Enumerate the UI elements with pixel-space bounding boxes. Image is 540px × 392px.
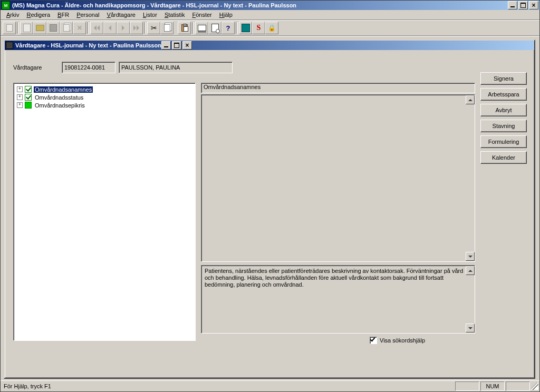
keyword-tree[interactable]: + Omvårdnadsanamnes + Omvårdnadsstatus + [13,83,196,341]
tb-app-button[interactable] [239,22,252,34]
action-buttons: Signera Arbetsspara Avbryt Stavning Form… [480,72,527,375]
scrollbar[interactable] [466,266,474,332]
child-body: Vårdtagare 19081224-0081 PAULSSON, PAULI… [5,50,534,378]
menu-vardtagare[interactable]: Vårdtagare [103,11,139,18]
menu-fonster[interactable]: Fönster [188,11,215,18]
tb-copy-button[interactable] [160,22,173,34]
tb-paste-button[interactable] [178,22,191,34]
title-bar: M (MS) Magna Cura - Äldre- och handikapp… [1,1,539,10]
menu-listor[interactable]: Listor [139,11,161,18]
tb-copydoc-button[interactable] [60,22,73,34]
child-window-title: Vårdtagare - HSL-journal - Ny text - Pau… [15,42,161,48]
tb-help-button[interactable]: ? [221,22,235,34]
keyword-help-area: Patientens, närståendes eller patientför… [201,265,475,334]
expand-icon[interactable]: + [17,102,23,108]
menu-redigera[interactable]: Redigera [23,11,54,18]
menu-bfr[interactable]: BFR [54,11,73,18]
status-bar: För Hjälp, tryck F1 NUM [1,380,539,391]
check-icon [25,102,32,109]
status-pane-num: NUM [480,381,505,391]
keyword-help-text: Patientens, närståendes eller patientför… [205,268,463,288]
scroll-down-button[interactable] [466,324,475,332]
tb-next-button[interactable] [117,22,130,34]
tb-print-button[interactable] [195,22,208,34]
patient-label: Vårdtagare [13,64,62,71]
tree-item[interactable]: + Omvårdnadsepikris [15,101,194,109]
status-pane-scrl [506,381,530,391]
status-text: För Hjälp, tryck F1 [2,383,454,389]
tree-item-label: Omvårdnadsepikris [34,102,86,109]
child-minimize-button[interactable] [161,41,171,50]
signera-button[interactable]: Signera [480,72,527,85]
mdi-client: Vårdtagare - HSL-journal - Ny text - Pau… [1,36,539,380]
tb-lock-button[interactable]: 🔒 [265,22,278,34]
editor-column: Omvårdnadsanamnes Patientens, närstående… [201,83,475,375]
minimize-button[interactable] [508,1,517,9]
resize-grip-icon[interactable] [531,383,538,390]
expand-icon[interactable]: + [17,86,23,92]
child-title-bar: Vårdtagare - HSL-journal - Ny text - Pau… [5,41,534,50]
editor-heading: Omvårdnadsanamnes [201,83,475,93]
check-icon [25,94,32,101]
tb-s-button[interactable]: S [252,22,265,34]
child-maximize-button[interactable] [172,41,181,50]
tb-save-button[interactable] [46,22,60,34]
scroll-up-button[interactable] [466,266,475,275]
tb-new-button[interactable] [20,22,33,34]
tb-open-button[interactable] [33,22,46,34]
menu-personal[interactable]: Personal [73,11,103,18]
child-window-icon [6,42,13,49]
child-window: Vårdtagare - HSL-journal - Ny text - Pau… [4,40,535,379]
patient-name-field[interactable]: PAULSSON, PAULINA [119,62,233,73]
toolbar: ✕ ✂ ? S 🔒 [1,20,539,36]
app-icon: M [2,1,10,9]
scroll-down-button[interactable] [466,252,475,261]
patient-row: Vårdtagare 19081224-0081 PAULSSON, PAULI… [13,62,529,73]
close-button[interactable] [529,1,538,9]
tb-first-button[interactable] [90,22,103,34]
kalender-button[interactable]: Kalender [480,151,527,164]
child-close-button[interactable] [182,41,192,50]
tree-item-label: Omvårdnadsstatus [34,94,84,101]
show-keyword-help-row: Visa sökordshjälp [201,337,475,344]
tb-stop-button[interactable] [3,22,16,34]
scroll-up-button[interactable] [466,95,475,104]
patient-pnr-field[interactable]: 19081224-0081 [62,62,115,73]
arbetsspara-button[interactable]: Arbetsspara [480,88,527,101]
application-window: M (MS) Magna Cura - Äldre- och handikapp… [0,0,540,392]
tb-cut-button[interactable]: ✂ [147,22,160,34]
check-icon [25,86,32,93]
tb-last-button[interactable] [130,22,143,34]
menu-hjalp[interactable]: Hjälp [216,11,236,18]
menu-bar: Arkiv Redigera BFR Personal Vårdtagare L… [1,10,539,20]
window-title: (MS) Magna Cura - Äldre- och handikappom… [12,2,508,8]
show-keyword-help-checkbox[interactable] [370,337,377,344]
avbryt-button[interactable]: Avbryt [480,104,527,116]
formulering-button[interactable]: Formulering [480,135,527,148]
menu-arkiv[interactable]: Arkiv [3,11,23,18]
tb-preview-button[interactable] [208,22,221,34]
tb-delete-button[interactable]: ✕ [73,22,86,34]
stavning-button[interactable]: Stavning [480,120,527,132]
tree-item[interactable]: + Omvårdnadsstatus [15,93,194,101]
show-keyword-help-label: Visa sökordshjälp [380,337,425,344]
menu-statistik[interactable]: Statistik [161,11,189,18]
restore-button[interactable] [518,1,528,9]
expand-icon[interactable]: + [17,94,23,100]
tree-item[interactable]: + Omvårdnadsanamnes [15,85,194,93]
tb-prev-button[interactable] [103,22,117,34]
scrollbar[interactable] [466,95,474,261]
tree-item-label: Omvårdnadsanamnes [34,86,93,93]
status-pane-caps [455,381,479,391]
journal-text-area[interactable] [201,94,475,262]
